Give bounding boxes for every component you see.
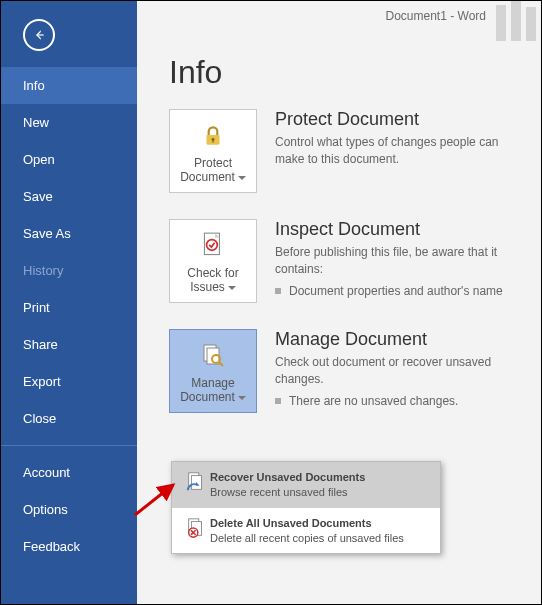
document-check-icon [172,230,254,262]
inspect-bullet: Document properties and author's name [275,284,519,298]
lock-icon [172,120,254,152]
section-protect: Protect Document Protect Document Contro… [137,109,541,193]
section-inspect: Check for Issues Inspect Document Before… [137,219,541,303]
sidebar-item-history: History [1,252,137,289]
sidebar-item-save-as[interactable]: Save As [1,215,137,252]
sidebar-item-share[interactable]: Share [1,326,137,363]
backstage-sidebar: Info New Open Save Save As History Print… [1,1,137,604]
back-arrow-icon [32,28,46,42]
inspect-heading: Inspect Document [275,219,519,240]
sidebar-item-save[interactable]: Save [1,178,137,215]
sidebar-item-info[interactable]: Info [1,67,137,104]
sidebar-item-open[interactable]: Open [1,141,137,178]
sidebar-item-feedback[interactable]: Feedback [1,528,137,565]
sidebar-item-print[interactable]: Print [1,289,137,326]
protect-document-button[interactable]: Protect Document [169,109,257,193]
sidebar-separator [1,445,137,446]
manage-document-button[interactable]: Manage Document [169,329,257,413]
sidebar-item-account[interactable]: Account [1,454,137,491]
section-manage: Manage Document Manage Document Check ou… [137,329,541,413]
recover-desc: Browse recent unsaved files [210,485,365,500]
recover-title: Recover Unsaved Documents [210,470,365,485]
document-recover-icon [182,470,210,494]
manage-desc: Check out document or recover unsaved ch… [275,354,519,388]
sidebar-item-close[interactable]: Close [1,400,137,437]
recover-unsaved-documents-item[interactable]: Recover Unsaved Documents Browse recent … [172,462,440,508]
check-for-issues-button[interactable]: Check for Issues [169,219,257,303]
sidebar-item-new[interactable]: New [1,104,137,141]
manage-bullet: There are no unsaved changes. [275,394,519,408]
svg-rect-3 [212,139,214,142]
page-title: Info [169,54,541,91]
inspect-desc: Before publishing this file, be aware th… [275,244,519,278]
protect-heading: Protect Document [275,109,519,130]
svg-rect-0 [37,34,44,35]
protect-desc: Control what types of changes people can… [275,134,519,168]
sidebar-item-export[interactable]: Export [1,363,137,400]
manage-document-menu: Recover Unsaved Documents Browse recent … [171,461,441,554]
svg-line-10 [219,362,223,366]
delete-all-unsaved-documents-item[interactable]: Delete All Unsaved Documents Delete all … [172,508,440,554]
sidebar-item-options[interactable]: Options [1,491,137,528]
delete-desc: Delete all recent copies of unsaved file… [210,531,404,546]
manage-heading: Manage Document [275,329,519,350]
document-delete-icon [182,516,210,540]
document-search-icon [172,340,254,372]
back-button[interactable] [23,19,55,51]
delete-title: Delete All Unsaved Documents [210,516,404,531]
